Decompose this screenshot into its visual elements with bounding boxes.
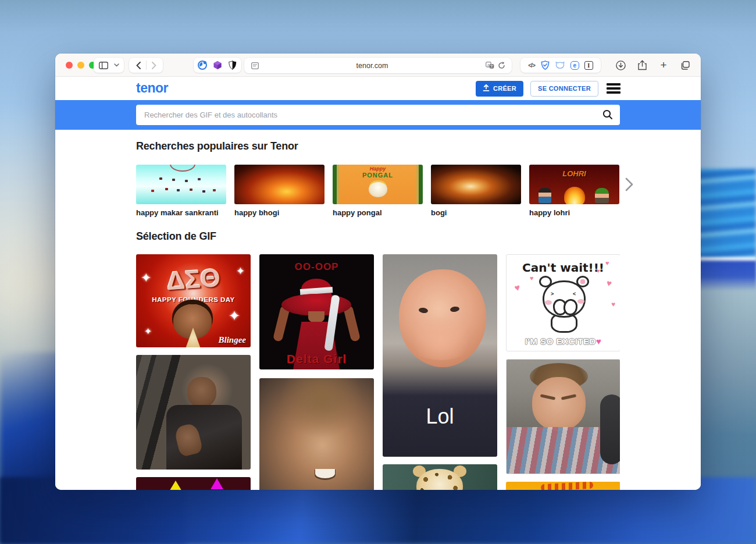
nav-group [129, 58, 163, 73]
art-text: I'M SO EXCITED♥ [507, 336, 620, 346]
search-box [136, 105, 620, 125]
art-text: Can't wait!!! [507, 261, 620, 275]
tab-overview-button[interactable] [677, 58, 693, 73]
gif-tile-baby-lol[interactable]: Lol [383, 254, 497, 457]
popular-item-label: happy makar sankranti [136, 208, 226, 217]
window-controls [66, 62, 96, 69]
popular-searches-title: Recherches populaires sur Tenor [136, 140, 298, 152]
popular-searches-row: happy makar sankranti happy bhogi Happy … [136, 165, 619, 217]
page-content: Recherches populaires sur Tenor happy ma… [55, 130, 701, 490]
art-text: PONGAL [333, 172, 423, 179]
gif-thumbnail: LOHRI [529, 165, 619, 204]
extensions-group-right: </> e I [520, 58, 601, 73]
upload-icon [483, 84, 490, 93]
gif-selection-title: Sélection de GIF [136, 230, 216, 243]
sidebar-group [94, 58, 124, 73]
art-text: HAPPY FOUNDERS DAY [136, 296, 251, 303]
popular-item-bogi[interactable]: bogi [431, 165, 521, 217]
gif-tile-orange[interactable] [506, 482, 620, 490]
gif-thumbnail: Happy PONGAL [333, 165, 423, 204]
cat-extension-icon[interactable] [555, 58, 565, 73]
shield-extension-icon[interactable] [227, 58, 238, 73]
art-watermark: Blingee [219, 335, 247, 345]
site-header: tenor CRÉER SE CONNECTER [55, 77, 701, 100]
art-text: LOHRI [529, 169, 619, 178]
popular-item-happy-bhogi[interactable]: happy bhogi [234, 165, 324, 217]
share-button[interactable] [634, 58, 650, 73]
create-button-label: CRÉER [493, 85, 516, 92]
chevron-down-icon[interactable] [111, 58, 122, 73]
gif-thumbnail [136, 165, 226, 204]
art-text: ΔΣΘ [136, 261, 251, 298]
toolbar-right-cluster: + [613, 58, 693, 73]
tenor-logo[interactable]: tenor [136, 80, 168, 96]
shield-check-extension-icon[interactable] [540, 58, 550, 73]
cube-extension-icon[interactable] [212, 58, 223, 73]
extensions-group-left [194, 58, 241, 73]
reader-mode-icon[interactable] [249, 58, 261, 73]
svg-text:文: 文 [490, 64, 494, 68]
browser-toolbar: tenor.com a文 </> e I [55, 54, 701, 77]
art-text: Delta Girl [259, 352, 374, 366]
address-bar[interactable]: tenor.com a文 [244, 58, 512, 73]
search-icon[interactable] [602, 109, 613, 122]
popular-item-label: happy bhogi [234, 208, 324, 217]
reload-icon[interactable] [495, 58, 507, 73]
search-input[interactable] [136, 105, 620, 125]
popular-item-label: happy lohri [529, 208, 619, 217]
gif-tile-grumpy-baby[interactable] [506, 359, 620, 474]
gif-tile-oo-oop-delta-girl[interactable]: OO-OOP Delta Girl [259, 254, 374, 369]
url-text: tenor.com [261, 62, 484, 70]
code-extension-icon[interactable]: </> [528, 62, 534, 69]
login-button-label: SE CONNECTER [538, 85, 591, 92]
gif-thumbnail [234, 165, 324, 204]
popular-item-happy-lohri[interactable]: LOHRI happy lohri [529, 165, 619, 217]
gif-thumbnail [431, 165, 521, 204]
art-text: Happy [333, 166, 423, 172]
login-button[interactable]: SE CONNECTER [530, 81, 598, 97]
timer-extension-icon[interactable] [197, 58, 208, 73]
translate-icon[interactable]: a文 [484, 58, 495, 73]
downloads-button[interactable] [613, 58, 628, 73]
e-badge-extension-icon[interactable]: e [570, 61, 579, 70]
popular-item-label: happy pongal [333, 208, 423, 217]
art-text: OO-OOP [259, 261, 374, 273]
popular-item-happy-makar-sankranti[interactable]: happy makar sankranti [136, 165, 226, 217]
forward-button[interactable] [147, 58, 162, 73]
close-window-button[interactable] [66, 62, 73, 69]
art-text: Lol [383, 404, 497, 429]
browser-window: tenor.com a文 </> e I [55, 54, 701, 490]
new-tab-button[interactable]: + [656, 58, 671, 73]
info-box-extension-icon[interactable]: I [584, 61, 593, 70]
menu-button[interactable] [607, 83, 621, 94]
gif-tile-pedro-smile[interactable] [259, 378, 374, 490]
gif-tile-cant-wait[interactable]: Can't wait!!! ♥ ♥ ♥ ♥ ♥ ♥ > < I'M SO EXC… [506, 254, 620, 351]
minimize-window-button[interactable] [77, 62, 84, 69]
popular-item-label: bogi [431, 208, 521, 217]
gif-tile-street-woman[interactable] [136, 355, 251, 470]
gif-tile-leopard[interactable] [383, 464, 497, 490]
gif-grid: ✦ ✦ ✦ ✦ ΔΣΘ HAPPY FOUNDERS DAY Blingee [136, 254, 620, 490]
create-button[interactable]: CRÉER [476, 81, 523, 97]
carousel-next-button[interactable] [625, 177, 633, 194]
popular-item-happy-pongal[interactable]: Happy PONGAL happy pongal [333, 165, 423, 217]
gif-tile-party[interactable] [136, 477, 251, 490]
back-button[interactable] [131, 58, 146, 73]
gif-tile-founders-day[interactable]: ✦ ✦ ✦ ✦ ΔΣΘ HAPPY FOUNDERS DAY Blingee [136, 254, 251, 347]
sidebar-toggle-button[interactable] [96, 58, 111, 73]
search-band [55, 100, 701, 130]
